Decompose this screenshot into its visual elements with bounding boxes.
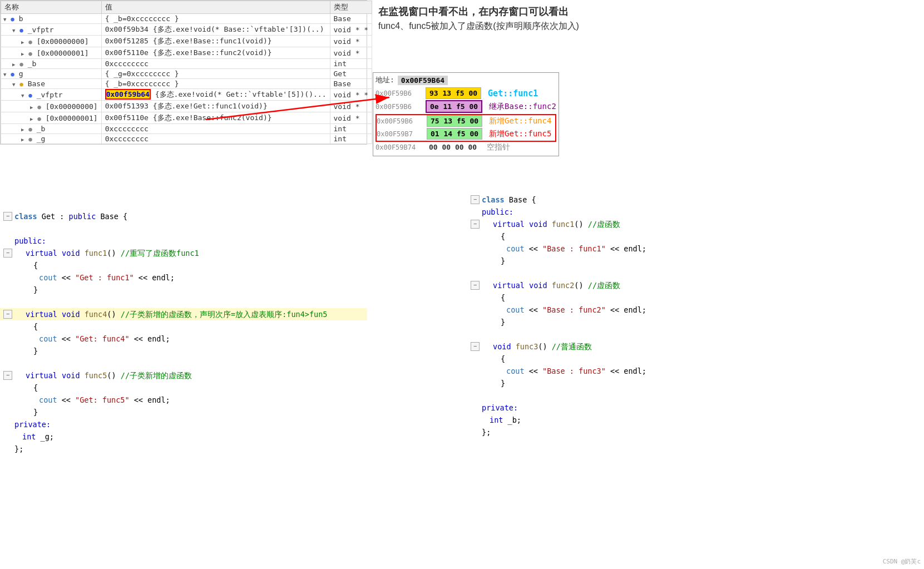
mem-row-label: 新增Get::func4 (489, 116, 551, 126)
mem-row-bytes: 00 00 00 00 (426, 142, 480, 152)
mem-row-bytes: 01 14 f5 00 (427, 128, 482, 140)
code-text: } (33, 345, 38, 357)
debug-cell-type: int (330, 134, 372, 144)
code-text: cout << "Get: func4" << endl; (39, 333, 170, 345)
fold-icon[interactable]: − (471, 342, 480, 351)
debug-cell-value: 0xcccccccc (101, 59, 330, 69)
code-text: } (33, 407, 38, 418)
code-line: } (0, 406, 367, 418)
debug-cell-type: int (330, 124, 372, 134)
code-text: virtual void func1() //重写了虚函数func1 (26, 248, 199, 259)
code-text: { (501, 231, 505, 243)
fold-icon[interactable]: − (3, 310, 12, 319)
debug-cell-type: Base (330, 79, 372, 89)
debug-cell-type: void * (330, 112, 372, 124)
mem-addr-value: 0x00F59B64 (398, 76, 448, 85)
code-text: } (501, 255, 505, 267)
table-row: ▶ ● [0x00000000]0x00f51393 {多态.exe!Get::… (1, 101, 372, 112)
debug-cell-name: ▼ ● b (1, 14, 102, 24)
code-line (0, 357, 367, 369)
debug-cell-type: void * (330, 36, 372, 47)
fold-icon[interactable]: − (471, 195, 480, 204)
code-line: −class Base { (467, 194, 834, 206)
code-text: virtual void func1() //虚函数 (493, 219, 620, 230)
debug-cell-value: 0x00f5110e {多态.exe!Base::func2(void)} (101, 112, 330, 124)
code-line: } (467, 377, 834, 389)
table-row: ▶ ● _b0xccccccccint (1, 59, 372, 69)
code-line: −virtual void func1() //重写了虚函数func1 (0, 247, 367, 259)
debug-cell-name: ▶ ● [0x00000000] (1, 101, 102, 112)
code-text: }; (14, 443, 23, 455)
code-text: { (501, 353, 505, 365)
code-text: class Get : public Base { (14, 211, 127, 222)
table-row: ▼ ● g{ _g=0xcccccccc }Get (1, 69, 372, 79)
code-panel-left: −class Get : public Base {public:−virtua… (0, 206, 367, 569)
code-line: −virtual void func1() //虚函数 (467, 218, 834, 230)
table-row: ▶ ● _b0xccccccccint (1, 124, 372, 134)
code-text: cout << "Get: func5" << endl; (39, 394, 170, 406)
mem-row-addr: 0x00F59B6 (375, 103, 426, 111)
code-line: cout << "Get: func5" << endl; (0, 394, 367, 406)
mem-red-border-group: 0x00F59B675 13 f5 00新增Get::func40x00F59B… (375, 114, 556, 142)
debug-cell-value: 0x00f51393 {多态.exe!Get::func1(void)} (101, 101, 330, 112)
debug-cell-value: { _b=0xcccccccc } (101, 79, 330, 89)
mem-addr-label: 地址: (375, 75, 394, 85)
code-text: cout << "Get : func1" << endl; (39, 272, 175, 284)
fold-icon[interactable]: − (3, 249, 12, 258)
code-line: cout << "Base : func1" << endl; (467, 243, 834, 255)
code-line: }; (467, 426, 834, 438)
code-line: private: (467, 402, 834, 414)
code-line: int _g; (0, 431, 367, 443)
code-line: { (0, 382, 367, 394)
table-row: ▼ ● Base{ _b=0xcccccccc }Base (1, 79, 372, 89)
memory-row: 0x00F59B701 14 f5 00新增Get::func5 (377, 128, 555, 140)
code-text: { (33, 260, 38, 271)
code-line: cout << "Base : func2" << endl; (467, 304, 834, 316)
memory-row: 0x00F59B7400 00 00 00空指针 (375, 142, 556, 152)
memory-row: 0x00F59B693 13 f5 00Get::func1 (375, 87, 556, 99)
fold-icon[interactable]: − (471, 281, 480, 290)
annotation-line1: 在监视窗口中看不出，在内存窗口可以看出 (378, 4, 579, 19)
code-line (0, 296, 367, 308)
debug-cell-name: ▶ ● [0x00000001] (1, 112, 102, 124)
debug-cell-name: ▶ ● _g (1, 134, 102, 144)
code-line: cout << "Get : func1" << endl; (0, 271, 367, 284)
code-line: } (0, 345, 367, 357)
fold-icon[interactable]: − (3, 371, 12, 380)
code-text: cout << "Base : func1" << endl; (506, 243, 646, 255)
col-type: 类型 (330, 1, 372, 14)
debug-cell-name: ▼ ● g (1, 69, 102, 79)
mem-row-label: Get::func1 (488, 88, 538, 98)
code-line: } (467, 255, 834, 267)
table-row: ▶ ● [0x00000001]0x00f5110e {多态.exe!Base:… (1, 112, 372, 124)
debug-cell-type: Base (330, 14, 372, 24)
debug-cell-value: { _g=0xcccccccc } (101, 69, 330, 79)
code-line: { (467, 291, 834, 304)
code-text: class Base { (482, 194, 536, 206)
code-line: { (0, 259, 367, 271)
code-text: }; (482, 427, 491, 438)
code-line: public: (0, 235, 367, 247)
fold-icon[interactable]: − (3, 212, 12, 221)
code-line (0, 222, 367, 235)
code-text: void func3() //普通函数 (493, 341, 592, 353)
code-line (467, 267, 834, 279)
table-row: ▶ ● [0x00000000]0x00f51285 {多态.exe!Base:… (1, 36, 372, 47)
mem-row-bytes: 0e 11 f5 00 (426, 100, 482, 113)
debug-cell-name: ▶ ● _b (1, 124, 102, 134)
code-line: int _b; (467, 414, 834, 426)
mem-row-addr: 0x00F59B6 (377, 117, 427, 125)
code-text: virtual void func4() //子类新增的虚函数，声明次序=放入虚… (26, 309, 327, 320)
code-text: } (501, 378, 505, 389)
code-text: virtual void func5() //子类新增的虚函数 (26, 370, 192, 382)
code-text: { (501, 292, 505, 304)
annotation-area: 在监视窗口中看不出，在内存窗口可以看出 func4、func5被加入了虚函数(按… (378, 4, 579, 33)
debug-cell-value: 0x00f51285 {多态.exe!Base::func1(void)} (101, 36, 330, 47)
code-text: int _g; (22, 431, 54, 443)
code-text: public: (482, 206, 513, 218)
debug-cell-value: 0xcccccccc (101, 134, 330, 144)
code-line: } (0, 284, 367, 296)
code-line (467, 389, 834, 402)
annotation-line2: func4、func5被加入了虚函数(按声明顺序依次加入) (378, 19, 579, 33)
fold-icon[interactable]: − (471, 220, 480, 229)
